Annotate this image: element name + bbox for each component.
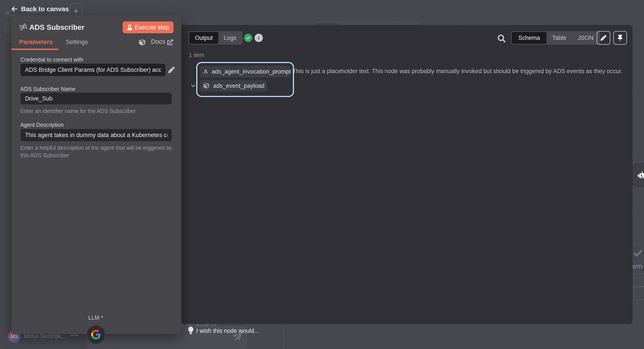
canvas-table-cell-fragment: [634, 274, 644, 287]
node-title: ADS Subscriber: [29, 23, 84, 31]
ai-assistant-button[interactable]: [632, 162, 644, 188]
execute-step-label: Execute step: [135, 24, 169, 31]
app-screen: n8n s 'up' arrow for em Back to canvas +: [0, 0, 644, 349]
canvas-items-text-fragment: em: [632, 262, 642, 270]
wish-feedback-button[interactable]: I wish this node would...: [196, 328, 259, 334]
credential-select[interactable]: [20, 63, 166, 76]
docs-link[interactable]: Docs: [151, 38, 166, 45]
tab-logs[interactable]: Logs: [218, 32, 242, 44]
chevron-down-icon[interactable]: [190, 82, 197, 89]
pin-icon: [618, 35, 623, 41]
canvas-divider-fragment: [283, 325, 284, 349]
lightbulb-icon: [188, 327, 194, 334]
pencil-icon: [601, 35, 606, 41]
tab-settings[interactable]: Settings: [66, 38, 88, 45]
search-icon[interactable]: [498, 34, 506, 42]
info-icon[interactable]: [254, 34, 263, 42]
subscriber-name-input[interactable]: [20, 92, 172, 105]
canvas-table-cell-fragment: [634, 287, 644, 300]
pin-data-button[interactable]: [613, 31, 627, 45]
flask-icon: [127, 25, 132, 30]
agent-description-label: Agent Description: [20, 122, 64, 128]
view-json[interactable]: JSON: [572, 32, 599, 44]
schema-field-string[interactable]: A ads_agent_invocation_prompt: [200, 66, 290, 77]
canvas-right-divider-fragment: [634, 244, 644, 244]
string-type-icon: A: [204, 68, 208, 75]
llm-connector-node[interactable]: [86, 325, 106, 344]
google-gemini-icon: [91, 330, 101, 339]
tab-output[interactable]: Output: [189, 32, 218, 44]
canvas-node-fragment: [4, 21, 12, 34]
schema-field-object[interactable]: ads_event_payload: [200, 80, 267, 91]
tab-parameters[interactable]: Parameters: [19, 38, 53, 45]
agent-description-input[interactable]: [20, 129, 172, 141]
ads-subscriber-node-icon: [19, 22, 28, 31]
llm-connector-label: LLM *: [77, 315, 114, 321]
info-glyph: [256, 36, 261, 40]
node-settings-panel: ADS Subscriber Execute step Parameters S…: [12, 15, 181, 334]
success-status-icon: [244, 34, 252, 42]
execute-step-button[interactable]: Execute step: [123, 21, 174, 33]
schema-field-name: ads_event_payload: [213, 82, 264, 89]
items-count: 1 item: [189, 52, 204, 58]
subscriber-name-label: ADS Subscriber Name: [20, 86, 75, 92]
object-type-icon: [204, 83, 209, 89]
schema-fields-highlight: A ads_agent_invocation_prompt ads_event_…: [196, 62, 294, 97]
pencil-icon[interactable]: [168, 66, 175, 73]
output-panel: Output Logs Schema Table JSON: [180, 25, 632, 324]
credential-label: Credential to connect with: [20, 56, 84, 63]
back-to-canvas-label: Back to canvas: [21, 5, 69, 13]
cube-icon: [139, 39, 145, 45]
view-schema[interactable]: Schema: [512, 32, 546, 44]
arrow-left-icon: [11, 5, 18, 12]
agent-description-help: Enter a helpful description of the agent…: [20, 144, 174, 159]
back-to-canvas-link[interactable]: Back to canvas: [11, 5, 69, 13]
output-logs-switch: Output Logs: [188, 31, 243, 45]
robot-icon: [636, 170, 644, 180]
schema-field-name: ads_agent_invocation_prompt: [212, 68, 291, 75]
subscriber-name-help: Enter an identifier name for the ADS Sub…: [20, 107, 136, 115]
external-link-icon: [167, 39, 173, 45]
view-table[interactable]: Table: [546, 32, 572, 44]
checkmark-icon: [632, 248, 643, 258]
field-value-preview: This is just a placeholder text. This no…: [292, 68, 622, 75]
edit-output-button[interactable]: [597, 31, 610, 45]
check-icon: [246, 36, 250, 40]
view-mode-switch: Schema Table JSON: [511, 31, 600, 45]
active-tab-underline: [12, 49, 58, 50]
